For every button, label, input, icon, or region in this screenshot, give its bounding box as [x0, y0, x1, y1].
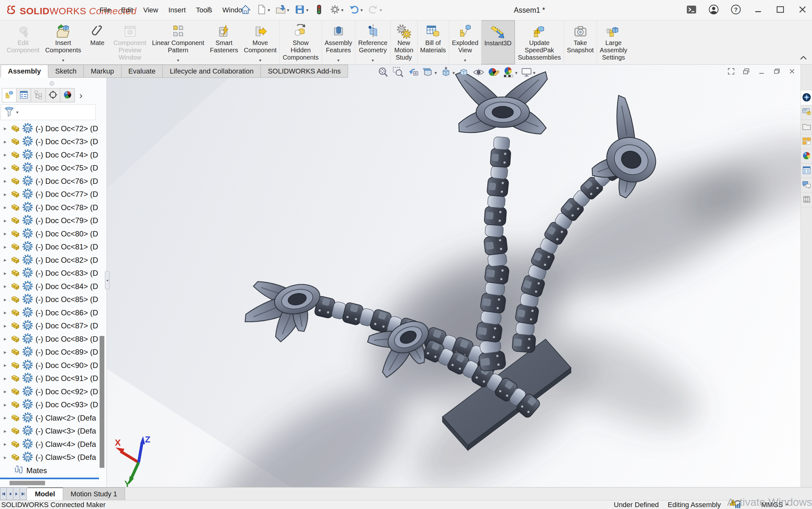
- panel-feature-tree-tab[interactable]: [2, 88, 17, 102]
- compass-button[interactable]: [801, 91, 812, 105]
- tab-evaluate[interactable]: Evaluate: [122, 65, 163, 78]
- dropdown-caret-icon[interactable]: ▾: [360, 7, 363, 13]
- 3d-viewport[interactable]: ▾▾▾▾ XZY: [107, 65, 801, 487]
- ribbon-linear-component-pattern-button[interactable]: Linear ComponentPattern▾: [149, 20, 207, 64]
- tree-filter-bar[interactable]: ▾: [1, 104, 96, 120]
- tab-lifecycle-and-collaboration[interactable]: Lifecycle and Collaboration: [163, 65, 261, 78]
- expand-arrow-icon[interactable]: ▸: [4, 283, 10, 290]
- design-library-button[interactable]: [801, 120, 812, 134]
- menu-edit[interactable]: Edit: [117, 4, 137, 16]
- ribbon-assembly-features-button[interactable]: AssemblyFeatures▾: [322, 20, 355, 64]
- nav-first-button[interactable]: [0, 487, 7, 500]
- expand-arrow-icon[interactable]: ▸: [4, 375, 10, 382]
- documentation-button[interactable]: [801, 193, 812, 207]
- expand-arrow-icon[interactable]: ▸: [4, 309, 10, 316]
- viewport-expand-button[interactable]: [727, 67, 735, 77]
- settings-gear-button[interactable]: ▾: [328, 3, 345, 18]
- expand-arrow-icon[interactable]: ▸: [4, 191, 10, 198]
- expand-arrow-icon[interactable]: ▸: [4, 165, 10, 171]
- expand-arrow-icon[interactable]: ▸: [4, 230, 10, 237]
- tree-item[interactable]: ▸m(-) Doc Oc<81> (D: [0, 241, 99, 254]
- tree-item[interactable]: ▸m(-) Doc Oc<74> (D: [0, 148, 99, 162]
- expand-arrow-icon[interactable]: ▸: [4, 270, 10, 277]
- viewport-close-button[interactable]: [788, 67, 796, 77]
- tree-item[interactable]: ▸m(-) Doc Oc<75> (D: [0, 162, 99, 175]
- panel-tabs-expand-icon[interactable]: ›: [79, 90, 83, 101]
- tree-item[interactable]: ▸m(-) Doc Oc<76> (D: [0, 175, 99, 188]
- tree-item[interactable]: ▸m(-) Claw<3> (Defa: [0, 425, 99, 438]
- help-button[interactable]: ?: [729, 4, 742, 16]
- traffic-light-button[interactable]: [312, 3, 326, 18]
- ribbon-exploded-view-button[interactable]: ExplodedView▾: [449, 20, 481, 64]
- dropdown-caret-icon[interactable]: ▾: [464, 58, 466, 62]
- nav-last-button[interactable]: [20, 487, 27, 500]
- dropdown-caret-icon[interactable]: ▾: [337, 58, 339, 62]
- tree-item[interactable]: ▸m(-) Doc Oc<85> (D: [0, 293, 99, 306]
- dropdown-caret-icon[interactable]: ▾: [287, 7, 290, 13]
- tree-item[interactable]: ▸m(-) Doc Oc<93> (D: [0, 398, 99, 412]
- tree-item[interactable]: ▸m(-) Doc Oc<92> (D: [0, 385, 99, 398]
- ribbon-mate-button[interactable]: Mate: [84, 20, 111, 64]
- ribbon-instant3d-button[interactable]: Instant3D: [481, 20, 515, 64]
- expand-arrow-icon[interactable]: ▸: [4, 138, 10, 145]
- panel-property-manager-tab[interactable]: [17, 88, 31, 102]
- expand-arrow-icon[interactable]: ▸: [4, 178, 10, 184]
- tab-markup[interactable]: Markup: [84, 65, 121, 78]
- ribbon-move-component-button[interactable]: MoveComponent▾: [241, 20, 279, 64]
- dropdown-caret-icon[interactable]: ▾: [372, 58, 374, 62]
- home-button[interactable]: [239, 3, 252, 18]
- tree-item[interactable]: ▸m(-) Doc Oc<87> (D: [0, 319, 99, 333]
- expand-arrow-icon[interactable]: ▸: [4, 402, 10, 408]
- tree-item[interactable]: ▸m(-) Doc Oc<90> (D: [0, 359, 99, 372]
- tree-item[interactable]: ▸m(-) Claw<5> (Defa: [0, 451, 99, 464]
- expand-arrow-icon[interactable]: ▸: [4, 125, 10, 132]
- pin-icon[interactable]: [205, 6, 213, 15]
- dropdown-caret-icon[interactable]: ▾: [533, 70, 536, 76]
- ribbon-collapse-chevron-icon[interactable]: [800, 56, 807, 61]
- rollback-bar[interactable]: [0, 478, 99, 479]
- comments-button[interactable]: [801, 178, 812, 193]
- account-button[interactable]: [707, 4, 720, 16]
- edit-appearance-button[interactable]: [488, 66, 500, 79]
- expand-arrow-icon[interactable]: ▸: [4, 362, 10, 369]
- dropdown-caret-icon[interactable]: ▾: [259, 58, 261, 62]
- doc-tab-model[interactable]: Model: [27, 487, 63, 500]
- panel-dimxpert-tab[interactable]: [46, 88, 60, 102]
- dropdown-caret-icon[interactable]: ▾: [380, 7, 382, 13]
- expand-arrow-icon[interactable]: ▸: [4, 454, 10, 461]
- menu-insert[interactable]: Insert: [165, 4, 190, 16]
- tree-item[interactable]: ▸m(-) Doc Oc<86> (D: [0, 306, 99, 319]
- custom-properties-button[interactable]: [801, 164, 812, 178]
- tree-item[interactable]: ▸m(-) Doc Oc<83> (D: [0, 267, 99, 280]
- filter-caret-icon[interactable]: ▾: [16, 110, 19, 115]
- dropdown-caret-icon[interactable]: ▾: [177, 58, 179, 62]
- view-orientation-button[interactable]: ▾: [440, 66, 455, 79]
- tree-item[interactable]: ▸m(-) Doc Oc<91> (D: [0, 372, 99, 385]
- expand-arrow-icon[interactable]: ▸: [4, 323, 10, 329]
- dropdown-caret-icon[interactable]: ▾: [62, 58, 64, 62]
- tree-horizontal-scrollbar[interactable]: [9, 481, 45, 485]
- resources-button[interactable]: [801, 105, 812, 120]
- tree-item[interactable]: ▸m(-) Doc Oc<84> (D: [0, 280, 99, 293]
- ribbon-show-hidden-components-button[interactable]: ShowHiddenComponents: [279, 20, 321, 64]
- tree-item[interactable]: ▸m(-) Doc Oc<72> (D: [0, 122, 99, 135]
- tree-item[interactable]: ▸m(-) Doc Oc<89> (D: [0, 346, 99, 359]
- ribbon-insert-components-button[interactable]: InsertComponents▾: [42, 20, 84, 64]
- expand-arrow-icon[interactable]: ▸: [4, 151, 10, 158]
- expand-arrow-icon[interactable]: ▸: [4, 204, 10, 211]
- doc-tab-motion-study-1[interactable]: Motion Study 1: [63, 487, 125, 500]
- expand-arrow-icon[interactable]: ▸: [4, 428, 10, 435]
- section-view-button[interactable]: ▾: [422, 66, 437, 79]
- expand-arrow-icon[interactable]: ▸: [4, 217, 10, 224]
- menu-file[interactable]: File: [96, 4, 115, 16]
- filter-funnel-icon[interactable]: [3, 106, 15, 119]
- ribbon-take-snapshot-button[interactable]: TakeSnapshot: [564, 20, 597, 64]
- nav-next-button[interactable]: [13, 487, 20, 500]
- tree-vertical-scrollbar[interactable]: [100, 336, 104, 468]
- dropdown-caret-icon[interactable]: ▾: [306, 7, 309, 13]
- ribbon-smart-fasteners-button[interactable]: SmartFasteners: [207, 20, 241, 64]
- save-button[interactable]: ▾: [293, 3, 310, 18]
- tree-item[interactable]: ▸m(-) Doc Oc<80> (D: [0, 227, 99, 241]
- expand-arrow-icon[interactable]: ▸: [4, 414, 10, 421]
- panel-configuration-manager-tab[interactable]: [31, 88, 46, 102]
